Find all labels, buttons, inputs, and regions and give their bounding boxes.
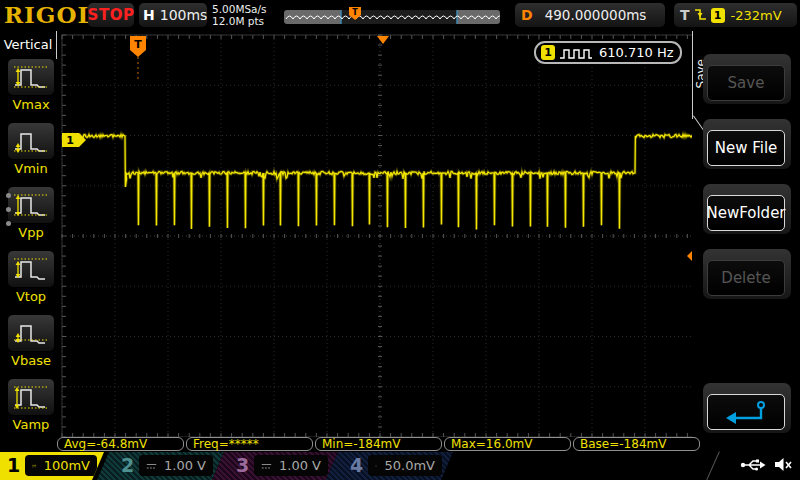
measure-item-label: Vtop (7, 289, 55, 304)
memory-position-bar[interactable]: T (284, 7, 500, 24)
vmin-icon (7, 122, 55, 160)
measure-item-label: Vpp (7, 225, 55, 240)
channel-scale-value: 50.0mV (384, 458, 435, 473)
dc-coupling-icon (375, 461, 377, 471)
channel-2-status[interactable]: 21.00 V (97, 452, 224, 480)
run-state-button[interactable]: STOP (88, 3, 134, 27)
vtop-icon (7, 250, 55, 288)
trigger-slope-falling-icon (694, 7, 707, 23)
save-menu: Save SaveNew FileNewFolderDelete (692, 31, 800, 452)
measure-item-label: Vmax (7, 97, 55, 112)
new-file-button[interactable]: New File (707, 130, 785, 166)
dc-coupling-icon (261, 461, 272, 471)
frequency-counter: 1 610.710 Hz (534, 41, 682, 64)
measurement-results-bar: Avg=-64.8mVFreq=*****Min=-184mVMax=16.0m… (0, 437, 800, 452)
menu-key-save[interactable]: Save (703, 54, 791, 104)
measure-item-vamp[interactable]: Vamp (7, 378, 55, 432)
measure-item-label: Vamp (7, 417, 55, 432)
trigger-level-value: -232mV (731, 8, 782, 23)
channel-number: 4 (350, 454, 363, 476)
channel-number: 1 (7, 454, 20, 476)
svg-text:T: T (134, 38, 142, 51)
measure-item-vmin[interactable]: Vmin (7, 122, 55, 176)
vmax-icon (7, 58, 55, 96)
dc-coupling-icon (146, 461, 157, 471)
measure-item-vmax[interactable]: Vmax (7, 58, 55, 112)
freq-counter-channel-badge: 1 (541, 45, 555, 60)
left-menu-tab-border (56, 31, 57, 59)
menu-key-delete[interactable]: Delete (703, 249, 791, 299)
delay-label: D (521, 7, 533, 23)
horizontal-label: H (143, 7, 155, 23)
channel-3-status[interactable]: 31.00 V (212, 452, 338, 480)
measurement-result-2: Freq=***** (186, 437, 313, 451)
vpp-icon (7, 186, 55, 224)
channel-status-bar: 1100mV21.00 V31.00 V450.0mV (0, 452, 800, 480)
delay-value: 490.000000ms (545, 7, 647, 23)
menu-key-new-file[interactable]: New File (703, 119, 791, 169)
trigger-box[interactable]: T 1 -232mV (674, 3, 797, 27)
acquisition-info: 5.00MSa/s 12.0M pts (212, 3, 267, 27)
page-indicator-dot (6, 221, 11, 226)
channel-scale-value: 100mV (44, 458, 90, 473)
timebase-value: 100ms (160, 7, 208, 23)
measurement-result-3: Min=-184mV (315, 437, 442, 451)
channel-scale-box: 1.00 V (139, 455, 213, 476)
status-separator (705, 451, 720, 480)
measure-item-label: Vmin (7, 161, 55, 176)
menu-key-back[interactable] (703, 383, 791, 433)
rigol-logo: RIGOL (4, 1, 95, 28)
usb-icon (740, 457, 766, 472)
trigger-label: T (680, 7, 690, 23)
back-button[interactable] (707, 394, 785, 430)
newfolder-button[interactable]: NewFolder (707, 195, 785, 231)
menu-tab-outline (692, 31, 693, 119)
delete-button: Delete (707, 260, 785, 296)
page-indicator-dot (6, 207, 11, 212)
channel-scale-box: 50.0mV (368, 455, 442, 476)
waveform-display: 1TT (0, 0, 800, 480)
measure-item-vtop[interactable]: Vtop (7, 250, 55, 304)
svg-text:T: T (352, 8, 358, 17)
channel-scale-value: 1.00 V (164, 458, 206, 473)
measure-item-label: Vbase (7, 353, 55, 368)
channel-scale-box: 100mV (25, 455, 97, 476)
vbase-icon (7, 314, 55, 352)
channel-scale-box: 1.00 V (254, 455, 328, 476)
trigger-source-badge: 1 (711, 8, 725, 23)
measure-item-vpp[interactable]: Vpp (7, 186, 55, 240)
horizontal-timebase-box[interactable]: H 100ms (139, 3, 207, 27)
freq-counter-value: 610.710 Hz (599, 45, 674, 60)
return-arrow-icon (723, 399, 769, 425)
channel-number: 2 (121, 454, 134, 476)
memory-depth: 12.0M pts (212, 15, 267, 27)
square-wave-icon (559, 46, 593, 60)
channel-4-status[interactable]: 450.0mV (326, 452, 453, 480)
run-state-label: STOP (88, 6, 135, 24)
left-menu-title: Vertical (0, 37, 56, 52)
delay-box[interactable]: D 490.000000ms (515, 3, 665, 27)
system-status-icons (740, 457, 793, 472)
channel-scale-value: 1.00 V (279, 458, 321, 473)
dc-coupling-icon (32, 461, 37, 471)
menu-key-newfolder[interactable]: NewFolder (703, 184, 791, 234)
sample-rate: 5.00MSa/s (212, 3, 267, 15)
channel-number: 3 (236, 454, 249, 476)
vamp-icon (7, 378, 55, 416)
trigger-position-flag[interactable] (130, 36, 146, 57)
horizontal-center-marker (377, 36, 389, 44)
svg-text:1: 1 (66, 134, 74, 147)
channel-1-status[interactable]: 1100mV (0, 452, 104, 480)
channel-1-level-marker[interactable] (62, 133, 86, 147)
measure-item-vbase[interactable]: Vbase (7, 314, 55, 368)
left-measure-menu: Vertical VmaxVminVppVtopVbaseVamp (0, 31, 60, 452)
measurement-result-5: Base=-184mV (573, 437, 700, 451)
save-button: Save (707, 65, 785, 101)
speaker-muted-icon (774, 457, 793, 472)
top-status-bar: RIGOL STOP H 100ms 5.00MSa/s 12.0M pts T… (0, 0, 800, 31)
measurement-result-1: Avg=-64.8mV (57, 437, 184, 451)
measurement-result-4: Max=16.0mV (444, 437, 571, 451)
page-indicator-dot (6, 193, 11, 198)
